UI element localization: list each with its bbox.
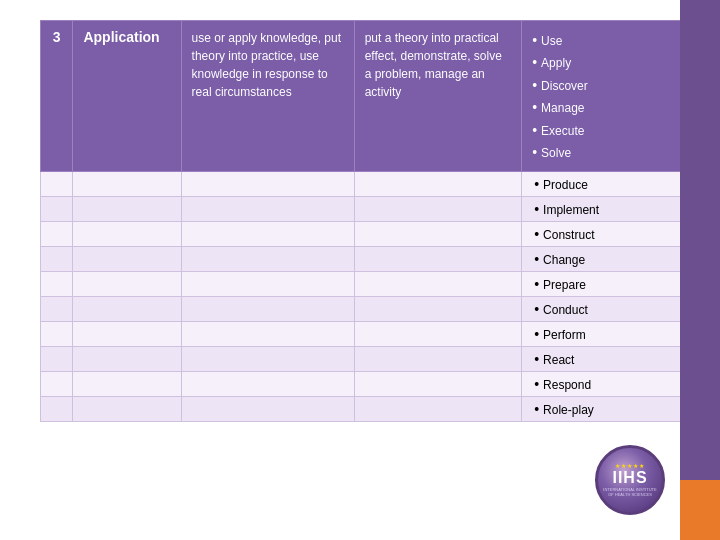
sub-row-number <box>41 322 73 347</box>
sub-row-title <box>73 222 181 247</box>
sub-row-keyword: Prepare <box>522 272 690 297</box>
sidebar-purple <box>680 0 720 480</box>
sub-row-description <box>181 397 354 422</box>
right-sidebar <box>680 0 720 540</box>
sub-row-description <box>181 172 354 197</box>
row-keywords-main: UseApplyDiscoverManageExecuteSolve <box>522 21 690 172</box>
sub-row-description <box>181 322 354 347</box>
sub-row-number <box>41 222 73 247</box>
sub-row: Respond <box>41 372 690 397</box>
main-table: 3 Application use or apply knowledge, pu… <box>40 20 690 422</box>
keyword-item: Solve <box>532 141 679 163</box>
sub-row: React <box>41 347 690 372</box>
sub-row-examples <box>354 172 522 197</box>
sub-row-keyword: Change <box>522 247 690 272</box>
keyword-item: Apply <box>532 51 679 73</box>
sub-row: Conduct <box>41 297 690 322</box>
sub-row-examples <box>354 372 522 397</box>
sub-row-keyword: Perform <box>522 322 690 347</box>
row-description: use or apply knowledge, put theory into … <box>181 21 354 172</box>
page-container: 3 Application use or apply knowledge, pu… <box>0 0 720 540</box>
sub-row-examples <box>354 197 522 222</box>
keywords-list: UseApplyDiscoverManageExecuteSolve <box>532 29 679 163</box>
sub-row-examples <box>354 397 522 422</box>
sub-row: Construct <box>41 222 690 247</box>
sub-row-number <box>41 372 73 397</box>
sub-row-description <box>181 347 354 372</box>
sub-row: Perform <box>41 322 690 347</box>
row-title: Application <box>73 21 181 172</box>
sub-row: Change <box>41 247 690 272</box>
sub-row-title <box>73 397 181 422</box>
sub-row-description <box>181 197 354 222</box>
sub-row-description <box>181 372 354 397</box>
sub-row-keyword: Produce <box>522 172 690 197</box>
keyword-item: Execute <box>532 119 679 141</box>
sub-row-title <box>73 347 181 372</box>
sub-row-examples <box>354 322 522 347</box>
logo-circle: ★★★★★ IIHS INTERNATIONAL INSTITUTEOF HEA… <box>595 445 665 515</box>
sub-row-keyword: Conduct <box>522 297 690 322</box>
sub-row-keyword: React <box>522 347 690 372</box>
sub-row: Role-play <box>41 397 690 422</box>
sub-row-description <box>181 272 354 297</box>
sub-row-description <box>181 222 354 247</box>
sub-row-title <box>73 322 181 347</box>
sub-row-number <box>41 172 73 197</box>
logo-text-sub: INTERNATIONAL INSTITUTEOF HEALTH SCIENCE… <box>603 488 656 498</box>
sub-row-number <box>41 397 73 422</box>
sub-row-examples <box>354 222 522 247</box>
keyword-item: Use <box>532 29 679 51</box>
sub-row-examples <box>354 247 522 272</box>
sub-row-title <box>73 297 181 322</box>
sub-row-number <box>41 347 73 372</box>
sidebar-orange <box>680 480 720 540</box>
sub-row-number <box>41 247 73 272</box>
logo-text-iihs: IIHS <box>612 469 647 487</box>
sub-row-title <box>73 372 181 397</box>
application-row: 3 Application use or apply knowledge, pu… <box>41 21 690 172</box>
sub-row-examples <box>354 347 522 372</box>
sub-row: Prepare <box>41 272 690 297</box>
sub-row-title <box>73 197 181 222</box>
sub-row-title <box>73 272 181 297</box>
sub-row-examples <box>354 297 522 322</box>
sub-row: Implement <box>41 197 690 222</box>
logo-stars: ★★★★★ <box>615 462 645 469</box>
logo-container: ★★★★★ IIHS INTERNATIONAL INSTITUTEOF HEA… <box>590 440 670 520</box>
sub-row-number <box>41 197 73 222</box>
sub-row-number <box>41 297 73 322</box>
sub-row-keyword: Construct <box>522 222 690 247</box>
sub-row: Produce <box>41 172 690 197</box>
keyword-item: Discover <box>532 74 679 96</box>
sub-row-keyword: Respond <box>522 372 690 397</box>
row-number: 3 <box>41 21 73 172</box>
main-content: 3 Application use or apply knowledge, pu… <box>40 20 690 422</box>
row-examples: put a theory into practical effect, demo… <box>354 21 522 172</box>
sub-row-keyword: Implement <box>522 197 690 222</box>
sub-row-title <box>73 172 181 197</box>
sub-row-description <box>181 297 354 322</box>
sub-rows-body: ProduceImplementConstructChangePrepareCo… <box>41 172 690 422</box>
sub-row-title <box>73 247 181 272</box>
sub-row-number <box>41 272 73 297</box>
sub-row-keyword: Role-play <box>522 397 690 422</box>
sub-row-description <box>181 247 354 272</box>
keyword-item: Manage <box>532 96 679 118</box>
sub-row-examples <box>354 272 522 297</box>
